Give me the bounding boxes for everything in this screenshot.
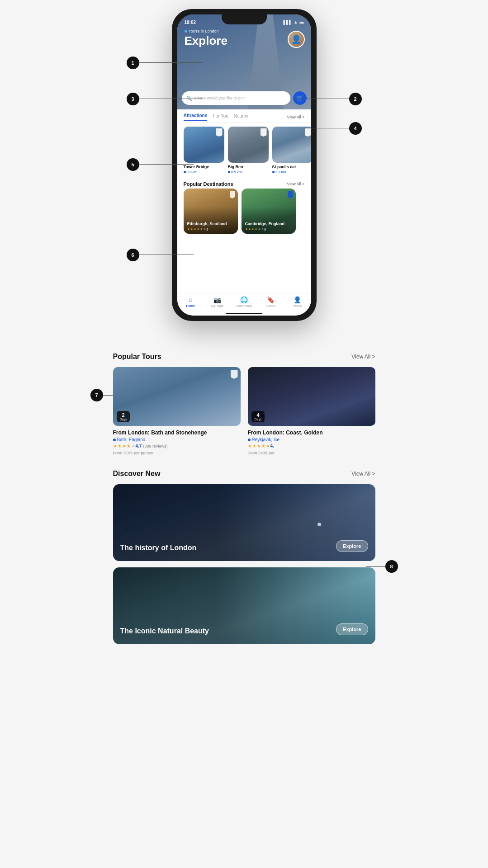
- st-pauls-image: [272, 127, 311, 163]
- tour-rating: ★ ★ ★ ★ ★ 4.7 (389 reviews): [113, 443, 241, 448]
- annotation-8: 8: [385, 560, 398, 573]
- discover-card-natural-beauty[interactable]: The Iconic Natural Beauty Explore: [113, 567, 375, 644]
- tab-nearby[interactable]: Nearby: [234, 113, 248, 120]
- star-icon: ★: [248, 227, 251, 231]
- discover-new-title: Discover New: [113, 470, 161, 478]
- popular-destinations-viewall[interactable]: View All >: [287, 182, 304, 186]
- nav-saved[interactable]: 🔖 Saved: [257, 296, 284, 307]
- tour-reykjavik-image: 4 Days: [248, 367, 375, 426]
- bookmark-icon: [261, 128, 267, 137]
- destination-info: Edinburgh, Scotland ★ ★ ★ ★ ★ 4.3: [187, 222, 236, 231]
- popular-tours-viewall[interactable]: View All >: [351, 354, 375, 360]
- filter-icon: 🛒: [296, 95, 303, 101]
- star-icon: ★: [248, 443, 252, 448]
- search-input-wrap[interactable]: 🔍 Where would you like to go?: [182, 91, 290, 105]
- saved-icon: 🔖: [267, 296, 275, 303]
- star-icon: ★: [190, 227, 193, 231]
- star-icon: ★: [252, 443, 256, 448]
- nav-profile[interactable]: 👤 Profile: [284, 296, 311, 307]
- tour-card-reykjavik[interactable]: 4 Days From London: Coast, Golden Reykja…: [248, 367, 375, 455]
- star-icon: ★: [194, 227, 196, 231]
- star-icon: ★: [245, 227, 248, 231]
- days-number: 2: [120, 412, 127, 418]
- status-time: 19:02: [185, 20, 196, 25]
- bookmark-icon: [230, 191, 235, 198]
- search-icon: 🔍: [186, 96, 192, 101]
- bookmark-icon: [288, 191, 293, 198]
- explore-button[interactable]: Explore: [336, 623, 368, 635]
- explore-button[interactable]: Explore: [336, 540, 368, 552]
- annotation-8-line: [366, 566, 385, 567]
- nav-my-trips[interactable]: 📷 My Trips: [204, 296, 231, 307]
- discover-card-title: The Iconic Natural Beauty: [120, 627, 209, 635]
- star-icon: ★: [255, 227, 257, 231]
- bookmark-icon: [216, 128, 223, 137]
- phone-screen: 19:02 ▌▌▌ ▲ ▬ You're in London: [177, 14, 311, 316]
- annotation-5: 5: [127, 158, 139, 171]
- tab-attractions[interactable]: Attractions: [184, 113, 208, 121]
- wifi-icon: ▲: [294, 20, 298, 24]
- tour-reviews-count: (389 reviews): [143, 444, 167, 448]
- nav-community-label: Community: [236, 304, 252, 307]
- destination-name: Edinburgh, Scotland: [187, 222, 236, 226]
- avatar[interactable]: [288, 31, 305, 48]
- nav-community[interactable]: 🌐 Community: [231, 296, 257, 307]
- location-pin-icon: [185, 30, 187, 33]
- days-label: Days: [120, 418, 127, 421]
- nav-home[interactable]: ⌂ Home: [177, 296, 204, 307]
- days-label: Days: [255, 418, 262, 421]
- phone-frame: 19:02 ▌▌▌ ▲ ▬ You're in London: [172, 9, 317, 321]
- bookmark-icon: [231, 370, 238, 379]
- tour-title: From London: Bath and Stonehenge: [113, 429, 241, 436]
- tour-title: From London: Coast, Golden: [248, 429, 375, 436]
- days-number: 4: [255, 412, 262, 418]
- destination-card-edinburgh[interactable]: Edinburgh, Scotland ★ ★ ★ ★ ★ 4.3: [184, 189, 238, 234]
- popular-destinations-title: Popular Destinations: [184, 181, 233, 187]
- attraction-card-tower-bridge[interactable]: Tower Bridge 3.0 km: [184, 127, 224, 174]
- attraction-name: St paul's cat: [272, 165, 311, 169]
- tab-for-you[interactable]: For You: [213, 113, 228, 120]
- popular-tours-section: 7 Popular Tours View All > 2 Days From: [113, 353, 375, 455]
- popular-tours-title: Popular Tours: [113, 353, 161, 361]
- star-icon: ★: [113, 443, 117, 448]
- annotation-4: 4: [349, 122, 362, 135]
- attraction-card-big-ben[interactable]: Big Ben 0.5 km: [228, 127, 269, 174]
- annotation-6-line: [139, 255, 194, 255]
- days-badge: 2 Days: [117, 411, 130, 422]
- location-pin-icon: [248, 439, 251, 441]
- nav-saved-label: Saved: [266, 304, 275, 307]
- trips-icon: 📷: [213, 296, 221, 303]
- search-placeholder: Where would you like to go?: [194, 96, 245, 100]
- attraction-card-st-pauls[interactable]: St paul's cat 2.3 km: [272, 127, 311, 174]
- star-icon: ★: [122, 443, 126, 448]
- below-content: 7 Popular Tours View All > 2 Days From: [109, 353, 380, 651]
- annotation-5-line: [139, 164, 194, 165]
- tour-rating-number: 4.7: [136, 443, 142, 448]
- big-ben-image: [228, 127, 269, 163]
- hero-title: Explore: [185, 34, 284, 47]
- destination-rating: ★ ★ ★ ★ ★ 4.3: [187, 227, 236, 231]
- tabs-view-all[interactable]: View All >: [287, 115, 304, 119]
- tour-price: From £109 per person: [113, 450, 241, 455]
- annotation-7: 7: [90, 389, 103, 401]
- page-wrapper: 1 3 2 4 5 6: [0, 9, 488, 651]
- discover-card-title: The history of London: [120, 543, 197, 552]
- tour-card-bath[interactable]: 2 Days From London: Bath and Stonehenge …: [113, 367, 241, 455]
- distance-pin-icon: [184, 171, 186, 173]
- discover-new-viewall[interactable]: View All >: [351, 471, 375, 477]
- popular-tours-header: Popular Tours View All >: [113, 353, 375, 361]
- destination-name: Cambridge, England: [245, 222, 294, 226]
- search-filter-button[interactable]: 🛒: [293, 91, 307, 105]
- rating-number: 4.3: [204, 228, 208, 231]
- popular-destinations-header: Popular Destinations View All >: [177, 178, 311, 189]
- annotation-2-line: [295, 99, 349, 99]
- star-empty-icon: ★: [131, 443, 135, 448]
- tour-bath-image: 2 Days: [113, 367, 241, 426]
- discover-card-london-history[interactable]: The history of London Explore: [113, 484, 375, 561]
- star-empty-icon: ★: [200, 227, 203, 231]
- destinations-cards: Edinburgh, Scotland ★ ★ ★ ★ ★ 4.3: [177, 189, 311, 237]
- location-text: You're in London: [189, 29, 219, 33]
- days-badge: 4 Days: [251, 411, 265, 422]
- destination-card-cambridge[interactable]: Cambridge, England ★ ★ ★ ★ ★ 4.8: [242, 189, 296, 234]
- star-icon: ★: [261, 443, 265, 448]
